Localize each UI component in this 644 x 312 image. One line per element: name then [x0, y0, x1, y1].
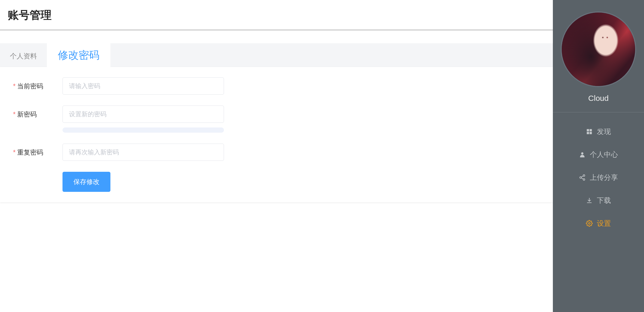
svg-line-8 [581, 176, 583, 177]
user-icon [579, 151, 586, 158]
svg-rect-3 [590, 132, 592, 134]
password-strength-row [8, 127, 545, 133]
required-mark: * [13, 149, 16, 156]
svg-line-9 [581, 178, 583, 179]
nav-label: 发现 [597, 127, 611, 136]
sidebar-nav: 发现 个人中心 上传分享 下载 设置 [553, 112, 644, 243]
required-mark: * [13, 111, 16, 118]
label-text: 当前密码 [17, 82, 43, 90]
tab-profile[interactable]: 个人资料 [0, 45, 47, 67]
current-password-input[interactable] [62, 77, 224, 95]
svg-point-5 [583, 175, 585, 176]
svg-rect-2 [587, 132, 589, 134]
svg-point-4 [581, 152, 584, 155]
repeat-password-label: *重复密码 [8, 148, 62, 157]
svg-point-6 [580, 177, 582, 179]
password-form: *当前密码 *新密码 *重复密码 保存修改 [0, 67, 553, 202]
form-row-new-password: *新密码 [8, 106, 545, 123]
button-row: 保存修改 [8, 172, 545, 192]
share-icon [579, 174, 586, 181]
label-text: 新密码 [17, 111, 37, 118]
save-button[interactable]: 保存修改 [62, 172, 110, 192]
gear-icon [586, 220, 593, 227]
username: Cloud [588, 94, 609, 103]
nav-item-download[interactable]: 下载 [553, 189, 644, 212]
label-text: 重复密码 [17, 149, 43, 156]
main-content: 账号管理 个人资料 修改密码 *当前密码 *新密码 *重复密码 [0, 0, 553, 312]
download-icon [586, 197, 593, 204]
password-strength-bar [62, 127, 224, 133]
tab-change-password[interactable]: 修改密码 [47, 43, 110, 67]
nav-label: 设置 [597, 219, 611, 228]
tabs-container: 个人资料 修改密码 [0, 43, 553, 67]
avatar[interactable] [561, 11, 636, 87]
nav-item-upload[interactable]: 上传分享 [553, 166, 644, 189]
nav-label: 个人中心 [590, 150, 618, 159]
form-row-current-password: *当前密码 [8, 77, 545, 95]
new-password-label: *新密码 [8, 110, 62, 119]
form-row-repeat-password: *重复密码 [8, 144, 545, 161]
grid-icon [586, 128, 593, 135]
nav-label: 下载 [597, 196, 611, 205]
current-password-label: *当前密码 [8, 82, 62, 90]
sidebar-profile: Cloud [553, 0, 644, 112]
nav-item-personal[interactable]: 个人中心 [553, 143, 644, 166]
sidebar: Cloud 发现 个人中心 上传分享 下载 [553, 0, 644, 312]
nav-label: 上传分享 [590, 173, 618, 182]
svg-point-10 [589, 223, 590, 224]
nav-item-settings[interactable]: 设置 [553, 212, 644, 235]
nav-item-discover[interactable]: 发现 [553, 120, 644, 143]
svg-rect-1 [590, 129, 592, 131]
svg-rect-0 [587, 129, 589, 131]
page-header: 账号管理 [0, 0, 553, 30]
required-mark: * [13, 82, 16, 90]
repeat-password-input[interactable] [62, 144, 224, 161]
page-title: 账号管理 [8, 8, 545, 22]
svg-point-7 [583, 179, 585, 180]
new-password-input[interactable] [62, 106, 224, 123]
